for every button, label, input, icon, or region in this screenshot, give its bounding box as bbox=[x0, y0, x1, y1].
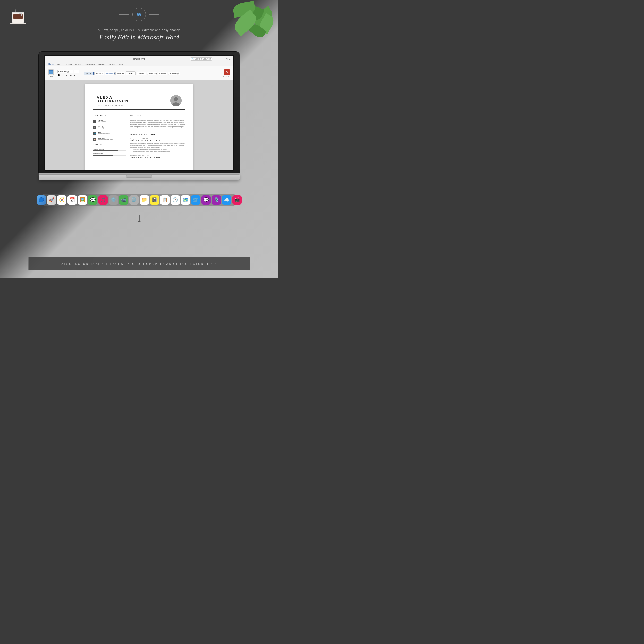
style-no-spacing[interactable]: No Spacing bbox=[94, 72, 104, 75]
font-color-button[interactable]: A bbox=[77, 74, 80, 77]
tab-review[interactable]: Review bbox=[107, 62, 117, 66]
bottom-bar-text: ALSO INCLUDED APPLE PAGES, PHOTOSHOP (PS… bbox=[61, 262, 217, 265]
word-search-box[interactable]: 🔍 Search in Document bbox=[190, 57, 213, 61]
tab-mailings[interactable]: Mailings bbox=[97, 62, 107, 66]
resume-job-title: FRONT END DEVELOPER bbox=[97, 104, 170, 106]
tab-insert[interactable]: Insert bbox=[56, 62, 64, 66]
dock-files[interactable]: 📁 bbox=[140, 195, 149, 205]
style-strong[interactable]: Strong bbox=[179, 72, 180, 75]
subscript-button[interactable]: x₂ bbox=[73, 74, 76, 77]
address-value: Street City & country 0685 bbox=[98, 139, 113, 141]
work-item-1: Company Name | 2012 - 2016 YOUR JOB POSI… bbox=[130, 138, 185, 152]
profile-text: Lorem ipsum dolor sit amet, consectetur … bbox=[130, 120, 185, 130]
cable-connector bbox=[138, 221, 141, 222]
paste-section: Paste bbox=[47, 67, 55, 79]
skills-title: SKILLS bbox=[93, 144, 126, 146]
tab-view[interactable]: View bbox=[117, 62, 124, 66]
dock-facetime2[interactable]: 💬 bbox=[201, 195, 211, 205]
work-bullet-1b: Massa orci aliquet ex, efficitur placera… bbox=[130, 150, 185, 152]
contact-phone-info: PHONE +012 3456 789 bbox=[98, 120, 106, 123]
coffee-cup-body bbox=[12, 12, 24, 23]
skill-illustrator: Adobe Illustrator bbox=[93, 153, 126, 156]
style-emphasis[interactable]: Emphasis bbox=[158, 72, 167, 75]
font-row-2: B I U ab x₂ A bbox=[57, 74, 80, 77]
tab-references[interactable]: References bbox=[83, 62, 96, 66]
style-normal[interactable]: Normal bbox=[84, 72, 94, 75]
contact-address-info: ADDRESS Street City & country 0685 bbox=[98, 137, 113, 141]
tab-home[interactable]: Home bbox=[47, 62, 55, 66]
contact-web: 🌐 WEB examplewebsite.com bbox=[93, 131, 126, 135]
bottom-info-bar: ALSO INCLUDED APPLE PAGES, PHOTOSHOP (PS… bbox=[28, 257, 250, 270]
bold-button[interactable]: B bbox=[57, 74, 61, 77]
dukes-icon: D bbox=[224, 69, 230, 75]
skills-section: SKILLS Adobe Photoshop bbox=[93, 144, 126, 156]
resume-last-name: RICHARDSON bbox=[97, 99, 170, 103]
dock-trash[interactable]: 🗑️ bbox=[129, 195, 139, 205]
work-company-1: Company Name | 2012 - 2016 bbox=[130, 138, 185, 140]
search-icon: 🔍 bbox=[192, 58, 194, 60]
contact-email: ✉ EMAIL Yourmail@example.com bbox=[93, 125, 126, 129]
styles-area: Normal No Spacing Heading 1 Heading 2 Ti… bbox=[82, 71, 180, 75]
font-row-1: Calibri (Body) 12 bbox=[57, 70, 80, 73]
web-value: examplewebsite.com bbox=[98, 133, 110, 135]
plant-leaves bbox=[222, 0, 278, 57]
dukes-pane: D Duke's Pane bbox=[223, 69, 231, 78]
work-bullet-1a: Consectetur adipiscing elit. Cras ultric… bbox=[130, 148, 185, 150]
share-button[interactable]: Share bbox=[226, 58, 231, 60]
laptop-base bbox=[39, 175, 240, 180]
dock-finder[interactable]: 🔵 bbox=[37, 195, 46, 205]
resume-name-area: ALEXA RICHARDSON FRONT END DEVELOPER bbox=[97, 96, 170, 106]
coffee-saucer bbox=[10, 23, 26, 24]
font-size-select[interactable]: 12 bbox=[74, 70, 79, 73]
work-job-title-1: YOUR JOB POSITION / TITLE HERE bbox=[130, 140, 185, 141]
word-application: Document1 🔍 Search in Document Share Hom… bbox=[45, 56, 233, 170]
icon-line-right bbox=[149, 14, 159, 15]
style-intense[interactable]: Intense Emp... bbox=[168, 72, 178, 75]
dock-photos2[interactable]: 🎬 bbox=[232, 195, 242, 205]
tab-design[interactable]: Design bbox=[64, 62, 73, 66]
style-title[interactable]: Title bbox=[126, 71, 136, 75]
style-heading2[interactable]: Heading 2 bbox=[115, 72, 125, 75]
dock-facetime[interactable]: 📹 bbox=[119, 195, 128, 205]
subtitle-area: All text, shape, color is 100% editable … bbox=[98, 28, 181, 41]
dock-messages[interactable]: 💬 bbox=[88, 195, 97, 205]
font-name-select[interactable]: Calibri (Body) bbox=[57, 70, 73, 73]
contacts-title: CONTACTS bbox=[93, 115, 126, 117]
work-experience-section: WORK EXPERIENCE Company Name | 2012 - 20… bbox=[130, 133, 185, 158]
phone-value: +012 3456 789 bbox=[98, 121, 106, 123]
dock-calendar[interactable]: 📅 bbox=[67, 195, 77, 205]
dock-safari[interactable]: 🧭 bbox=[57, 195, 66, 205]
dock-settings[interactable]: ⚙️ bbox=[109, 195, 118, 205]
style-heading1[interactable]: Heading 1 bbox=[105, 72, 115, 75]
dock-appstore[interactable]: 🛒 bbox=[191, 195, 200, 205]
paste-button[interactable]: Paste bbox=[48, 69, 54, 77]
word-icon-area: W bbox=[119, 8, 159, 21]
dock-maps[interactable]: 🗺️ bbox=[181, 195, 190, 205]
dock-podcasts[interactable]: 🎙️ bbox=[212, 195, 221, 205]
dukes-label: Duke's Pane bbox=[223, 76, 231, 78]
dock-launchpad[interactable]: 🚀 bbox=[47, 195, 56, 205]
skill-photoshop-fill bbox=[93, 150, 118, 151]
icon-line-left bbox=[119, 14, 129, 15]
contacts-section: CONTACTS 📞 PHONE +012 3456 789 bbox=[93, 115, 126, 141]
style-subtle-emph[interactable]: Subtle Emph. bbox=[147, 72, 157, 75]
paste-icon bbox=[48, 69, 54, 75]
laptop-webcam bbox=[138, 53, 140, 55]
italic-button[interactable]: I bbox=[61, 74, 64, 77]
email-icon: ✉ bbox=[93, 126, 96, 129]
laptop-screen-outer: Document1 🔍 Search in Document Share Hom… bbox=[39, 52, 240, 173]
ribbon-content: Paste Calibri (Body) 12 bbox=[45, 66, 233, 80]
laptop-cable bbox=[138, 215, 141, 222]
dock-photos-icon[interactable]: 🖼️ bbox=[78, 195, 87, 205]
dock-clock[interactable]: 🕐 bbox=[171, 195, 180, 205]
coffee-handle bbox=[19, 13, 22, 16]
dock-notes[interactable]: 📓 bbox=[150, 195, 159, 205]
underline-button[interactable]: U bbox=[65, 74, 68, 77]
tab-layout[interactable]: Layout bbox=[74, 62, 83, 66]
strikethrough-button[interactable]: ab bbox=[69, 74, 72, 77]
style-subtitle[interactable]: Subtitle bbox=[137, 72, 146, 75]
font-controls: Calibri (Body) 12 B I U ab bbox=[56, 70, 81, 77]
dock-reminders[interactable]: 📋 bbox=[160, 195, 170, 205]
dock-icloud[interactable]: ☁️ bbox=[222, 195, 231, 205]
dock-music[interactable]: 🎵 bbox=[98, 195, 108, 205]
